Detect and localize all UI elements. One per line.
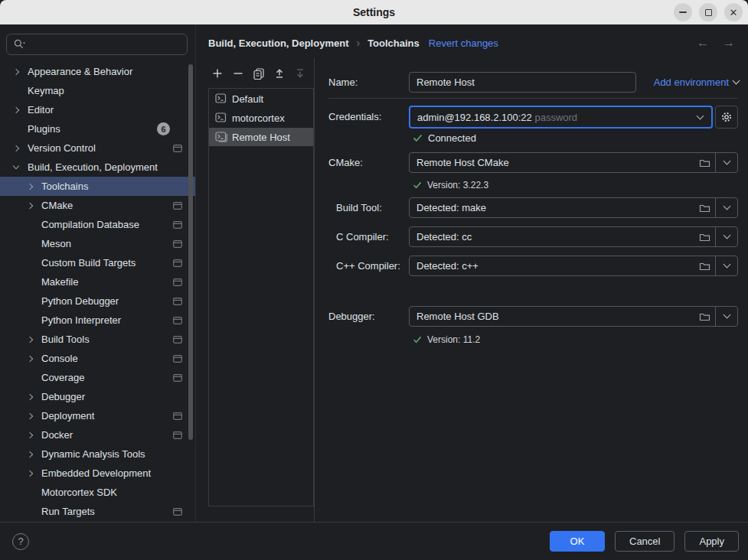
sidebar-tree-item[interactable]: Plugins 6 [0, 119, 195, 138]
breadcrumb-current: Toolchains [367, 37, 420, 49]
sidebar-tree-item[interactable]: Coverage [0, 368, 195, 387]
debugger-label: Debugger: [328, 311, 375, 322]
breadcrumb-separator-icon: › [356, 37, 360, 49]
duplicate-icon[interactable] [253, 67, 265, 80]
check-icon [413, 336, 422, 343]
chevron-down-icon[interactable] [13, 163, 19, 169]
build-tool-combobox[interactable]: Detected: make [409, 197, 738, 218]
chevron-right-icon[interactable] [13, 68, 19, 74]
folder-icon[interactable] [694, 203, 715, 213]
build-tool-dropdown-button[interactable] [715, 198, 737, 217]
credentials-combobox[interactable]: admin@192.168.2.100:22 password [409, 106, 713, 129]
tree-item-label: Version Control [28, 142, 173, 154]
folder-icon[interactable] [694, 232, 715, 242]
chevron-right-icon[interactable] [13, 106, 19, 112]
toolchain-list-item[interactable]: Default [209, 90, 313, 108]
chevron-right-icon[interactable] [27, 451, 33, 457]
cmake-combobox[interactable]: Remote Host CMake [409, 152, 738, 173]
sidebar-tree-item[interactable]: Dynamic Analysis Tools [0, 444, 195, 464]
project-level-icon [173, 278, 182, 286]
sidebar-tree-item[interactable]: Version Control [0, 138, 195, 158]
folder-icon[interactable] [694, 158, 715, 168]
chevron-right-icon[interactable] [27, 355, 33, 361]
section-divider [328, 98, 738, 99]
help-button[interactable]: ? [12, 533, 29, 550]
sidebar-tree-item[interactable]: Python Interpreter [0, 311, 195, 330]
sidebar-tree-item[interactable]: CMake [0, 196, 195, 215]
sidebar-tree-item[interactable]: Meson [0, 234, 195, 253]
chevron-right-icon[interactable] [27, 202, 33, 208]
c-compiler-dropdown-button[interactable] [715, 227, 737, 246]
title-bar: Settings ✕ [0, 0, 748, 24]
c-compiler-combobox[interactable]: Detected: cc [409, 226, 738, 247]
settings-dialog: Settings ✕ Appearance & Behavior Keymap [0, 0, 748, 560]
search-input[interactable] [29, 38, 181, 51]
chevron-down-icon [723, 232, 730, 239]
cpp-compiler-dropdown-button[interactable] [715, 256, 737, 275]
sidebar-tree-item[interactable]: Deployment [0, 406, 195, 425]
chevron-right-icon[interactable] [27, 470, 33, 476]
sidebar-tree-item[interactable]: Toolchains [0, 177, 195, 196]
chevron-right-icon[interactable] [27, 336, 33, 342]
tree-item-label: Motorcortex SDK [41, 487, 183, 498]
sidebar-scrollbar[interactable] [188, 64, 193, 440]
credentials-settings-button[interactable] [715, 106, 738, 129]
build-tool-placeholder: Detected: make [410, 202, 694, 213]
sidebar-tree-item[interactable]: Embedded Development [0, 464, 195, 483]
apply-button[interactable]: Apply [684, 531, 739, 552]
project-level-icon [173, 336, 182, 343]
sidebar-tree-item[interactable]: Compilation Database [0, 215, 195, 234]
move-down-icon[interactable] [294, 67, 306, 80]
chevron-right-icon[interactable] [27, 393, 33, 399]
toolchain-list-item[interactable]: Remote Host [209, 128, 313, 146]
remove-icon[interactable] [232, 67, 244, 80]
sidebar-tree-item[interactable]: Python Debugger [0, 291, 195, 311]
chevron-right-icon[interactable] [13, 145, 19, 151]
minimize-button[interactable] [674, 3, 692, 21]
credentials-label: Credentials: [328, 111, 381, 122]
sidebar-tree-item[interactable]: Makefile [0, 272, 195, 291]
breadcrumb-parent[interactable]: Build, Execution, Deployment [208, 37, 348, 49]
cancel-button[interactable]: Cancel [615, 531, 675, 552]
sidebar-tree-item[interactable]: Run Targets [0, 502, 195, 521]
debugger-value: Remote Host GDB [410, 311, 694, 322]
add-icon[interactable] [211, 67, 224, 80]
debugger-combobox[interactable]: Remote Host GDB [409, 306, 738, 327]
sidebar-tree-item[interactable]: Build, Execution, Deployment [0, 158, 195, 177]
toolchain-list-item[interactable]: motorcortex [209, 109, 313, 127]
cmake-dropdown-button[interactable] [715, 153, 737, 172]
move-up-icon[interactable] [273, 67, 286, 80]
sidebar-tree-item[interactable]: Appearance & Behavior [0, 62, 195, 81]
folder-icon[interactable] [694, 261, 715, 271]
forward-icon[interactable]: → [719, 36, 739, 50]
chevron-right-icon[interactable] [27, 431, 33, 438]
project-level-icon [173, 259, 182, 267]
cpp-compiler-combobox[interactable]: Detected: c++ [409, 256, 738, 276]
sidebar-tree-item[interactable]: Motorcortex SDK [0, 483, 195, 502]
sidebar-tree-item[interactable]: Editor [0, 100, 195, 119]
settings-search-box[interactable] [6, 34, 188, 55]
project-level-icon [173, 145, 182, 152]
sidebar-tree-item[interactable]: Build Tools [0, 330, 195, 349]
sidebar-tree-item[interactable]: Console [0, 349, 195, 368]
sidebar-tree-item[interactable]: Debugger [0, 387, 195, 406]
maximize-button[interactable] [699, 3, 717, 21]
chevron-right-icon[interactable] [27, 183, 33, 189]
back-icon[interactable]: ← [693, 36, 713, 50]
name-field[interactable] [409, 72, 636, 93]
close-button[interactable]: ✕ [724, 3, 743, 21]
cmake-value: Remote Host CMake [410, 157, 694, 168]
credentials-dropdown-button[interactable] [689, 107, 711, 127]
chevron-right-icon[interactable] [27, 412, 33, 418]
sidebar-tree-item[interactable]: Keymap [0, 81, 195, 100]
add-environment-link[interactable]: Add environment [654, 77, 739, 88]
revert-changes-link[interactable]: Revert changes [429, 37, 498, 49]
folder-icon[interactable] [694, 311, 715, 321]
sidebar-tree-item[interactable]: Docker [0, 425, 195, 444]
project-level-icon [173, 221, 182, 229]
sidebar-tree-item[interactable]: Custom Build Targets [0, 253, 195, 272]
project-level-icon [173, 317, 182, 324]
project-level-icon [173, 240, 182, 248]
ok-button[interactable]: OK [550, 531, 605, 552]
debugger-dropdown-button[interactable] [715, 307, 737, 326]
